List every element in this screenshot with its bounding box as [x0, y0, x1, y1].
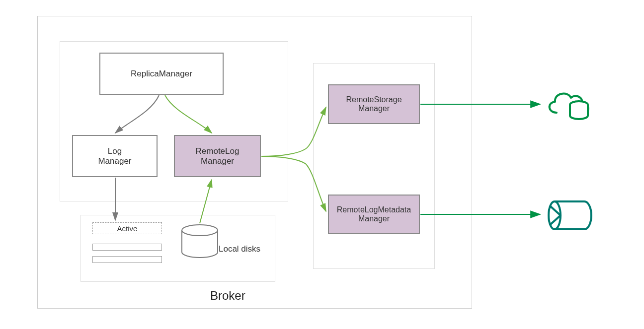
svg-point-2	[549, 201, 561, 229]
kafka-topic-icon	[546, 197, 595, 233]
arrows-layer	[0, 0, 644, 329]
diagram-canvas: ReplicaManager Log Manager RemoteLog Man…	[0, 0, 644, 329]
cloud-storage-icon	[544, 87, 594, 124]
